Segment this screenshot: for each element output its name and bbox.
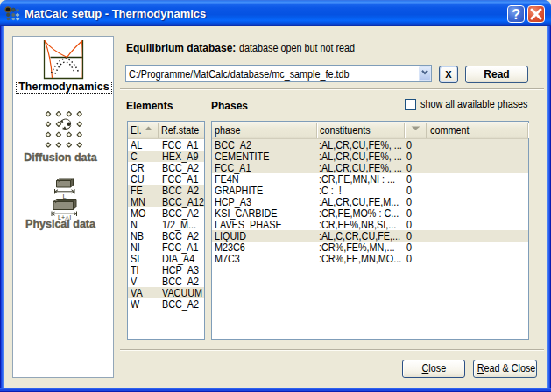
svg-text:?: ? <box>512 7 520 22</box>
